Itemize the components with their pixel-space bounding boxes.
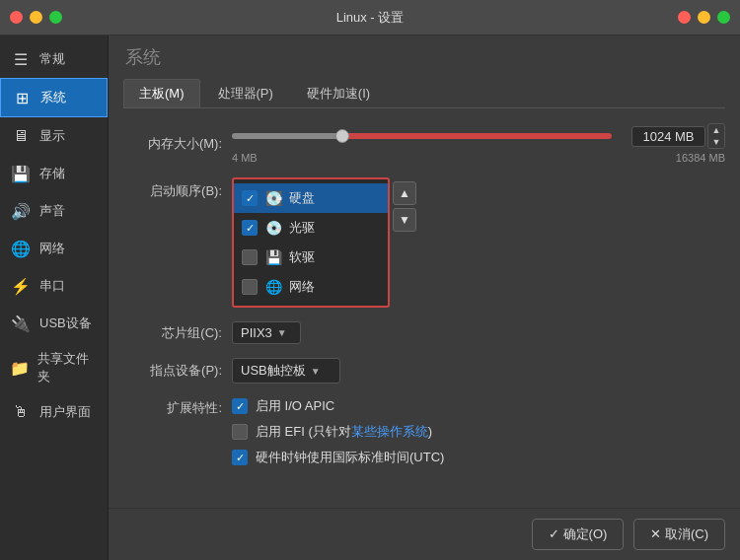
memory-decrement-button[interactable]: ▼ (708, 136, 724, 148)
utc-checkbox[interactable]: ✓ (232, 450, 248, 465)
boot-item-floppy[interactable]: 💾 软驱 (234, 243, 388, 272)
sidebar-item-system[interactable]: ⊞ 系统 (0, 78, 108, 117)
memory-spinbox-arrows: ▲ ▼ (707, 123, 725, 149)
boot-move-down-button[interactable]: ▼ (393, 208, 416, 232)
serial-icon: ⚡ (10, 275, 32, 297)
boot-move-up-button[interactable]: ▲ (393, 181, 416, 205)
extended-row: 扩展特性: ✓ 启用 I/O APIC 启用 EFI (只针对某些操作系统) ✓ (123, 397, 725, 466)
ui-icon: 🖱 (10, 401, 32, 423)
storage-icon: 💾 (10, 163, 32, 184)
memory-slider-track[interactable] (232, 133, 612, 139)
right-max[interactable] (717, 11, 730, 24)
sidebar-label-system: 系统 (40, 89, 66, 106)
sidebar-label-general: 常规 (39, 50, 65, 68)
close-button[interactable] (10, 11, 23, 24)
sidebar-label-ui: 用户界面 (39, 403, 91, 421)
sidebar-item-display[interactable]: 🖥 显示 (0, 117, 108, 155)
section-title: 系统 (123, 45, 725, 69)
ok-button[interactable]: ✓ 确定(O) (532, 519, 624, 550)
chipset-label: 芯片组(C): (123, 324, 232, 342)
hdd-icon: 💽 (263, 188, 283, 208)
network-icon: 🌐 (10, 238, 32, 259)
shared-icon: 📁 (10, 357, 30, 379)
boot-item-network[interactable]: 🌐 网络 (234, 272, 388, 302)
slider-min-label: 4 MB (232, 152, 258, 164)
sidebar-label-audio: 声音 (39, 202, 65, 220)
slider-max-label: 16384 MB (676, 152, 725, 164)
efi-label: 启用 EFI (只针对某些操作系统) (256, 423, 432, 441)
display-icon: 🖥 (10, 125, 32, 147)
settings-content: 系统 主板(M) 处理器(P) 硬件加速(I) 内存大小(M): (109, 35, 740, 508)
sidebar-label-display: 显示 (39, 127, 65, 145)
ioapic-label: 启用 I/O APIC (256, 397, 334, 415)
extended-label: 扩展特性: (123, 399, 232, 417)
pointing-value: USB触控板 (241, 362, 306, 380)
boot-order-row: 启动顺序(B): ✓ 💽 硬盘 ✓ 💿 光驱 (123, 177, 725, 308)
pointing-row: 指点设备(P): USB触控板 ▼ (123, 358, 725, 384)
slider-labels: 4 MB 16384 MB (232, 152, 725, 164)
sidebar-label-serial: 串口 (39, 277, 65, 295)
sidebar-item-serial[interactable]: ⚡ 串口 (0, 267, 108, 305)
efi-highlight: 某些操作系统 (351, 424, 428, 439)
tab-motherboard[interactable]: 主板(M) (123, 79, 200, 107)
maximize-button[interactable] (49, 11, 62, 24)
tab-acceleration[interactable]: 硬件加速(I) (291, 79, 386, 107)
memory-row: 内存大小(M): ▲ ▼ (123, 123, 725, 164)
window-controls-right (678, 11, 730, 24)
sidebar-item-shared[interactable]: 📁 共享文件夹 (0, 342, 108, 393)
extended-features: ✓ 启用 I/O APIC 启用 EFI (只针对某些操作系统) ✓ 硬件时钟使… (232, 397, 444, 466)
extended-utc-row: ✓ 硬件时钟使用国际标准时间(UTC) (232, 449, 444, 466)
sidebar-item-ui[interactable]: 🖱 用户界面 (0, 393, 108, 431)
bottom-bar: ✓ 确定(O) ✕ 取消(C) (109, 508, 740, 560)
pointing-label: 指点设备(P): (123, 362, 232, 380)
sidebar-item-usb[interactable]: 🔌 USB设备 (0, 305, 108, 342)
efi-checkbox[interactable] (232, 424, 248, 440)
memory-slider-thumb[interactable] (335, 129, 349, 143)
boot-checkbox-dvd[interactable]: ✓ (242, 220, 258, 236)
chipset-select[interactable]: PIIX3 ▼ (232, 321, 301, 344)
minimize-button[interactable] (30, 11, 42, 24)
content-area: 系统 主板(M) 处理器(P) 硬件加速(I) 内存大小(M): (109, 35, 740, 560)
memory-label: 内存大小(M): (123, 135, 232, 153)
boot-label-floppy: 软驱 (289, 248, 315, 266)
general-icon: ☰ (10, 48, 32, 70)
boot-net-icon: 🌐 (263, 277, 283, 297)
sidebar-item-storage[interactable]: 💾 存储 (0, 155, 108, 192)
audio-icon: 🔊 (10, 200, 32, 222)
slider-container: ▲ ▼ (232, 123, 725, 149)
boot-checkbox-network[interactable] (242, 279, 258, 295)
utc-label: 硬件时钟使用国际标准时间(UTC) (256, 449, 444, 466)
boot-checkbox-hdd[interactable]: ✓ (242, 190, 258, 206)
sidebar-item-network[interactable]: 🌐 网络 (0, 230, 108, 267)
boot-checkbox-floppy[interactable] (242, 249, 258, 265)
usb-icon: 🔌 (10, 313, 32, 334)
sidebar-label-storage: 存储 (39, 165, 65, 182)
boot-item-hdd[interactable]: ✓ 💽 硬盘 (234, 183, 388, 213)
boot-order-label: 启动顺序(B): (123, 182, 232, 200)
memory-increment-button[interactable]: ▲ (708, 124, 724, 136)
cancel-button[interactable]: ✕ 取消(C) (633, 519, 725, 550)
sidebar-label-network: 网络 (39, 240, 65, 257)
tab-bar: 主板(M) 处理器(P) 硬件加速(I) (123, 79, 725, 108)
chipset-dropdown-icon: ▼ (277, 327, 287, 338)
extended-efi-row: 启用 EFI (只针对某些操作系统) (232, 423, 444, 441)
pointing-dropdown-icon: ▼ (311, 366, 321, 377)
boot-label-network: 网络 (289, 278, 315, 296)
dvd-icon: 💿 (263, 218, 283, 238)
tab-processor[interactable]: 处理器(P) (202, 79, 289, 107)
sidebar-item-general[interactable]: ☰ 常规 (0, 40, 108, 78)
chipset-value: PIIX3 (241, 325, 272, 340)
right-min[interactable] (698, 11, 710, 24)
memory-spinbox[interactable] (631, 126, 705, 147)
sidebar-label-shared: 共享文件夹 (37, 350, 98, 385)
boot-order-container: ✓ 💽 硬盘 ✓ 💿 光驱 💾 (232, 177, 419, 308)
boot-item-dvd[interactable]: ✓ 💿 光驱 (234, 213, 388, 243)
sidebar-item-audio[interactable]: 🔊 声音 (0, 192, 108, 230)
right-close[interactable] (678, 11, 691, 24)
pointing-select[interactable]: USB触控板 ▼ (232, 358, 340, 384)
chipset-row: 芯片组(C): PIIX3 ▼ (123, 321, 725, 344)
ioapic-checkbox[interactable]: ✓ (232, 398, 248, 414)
titlebar: Linux - 设置 (0, 0, 740, 35)
sidebar-label-usb: USB设备 (39, 315, 92, 332)
boot-list: ✓ 💽 硬盘 ✓ 💿 光驱 💾 (232, 177, 390, 308)
